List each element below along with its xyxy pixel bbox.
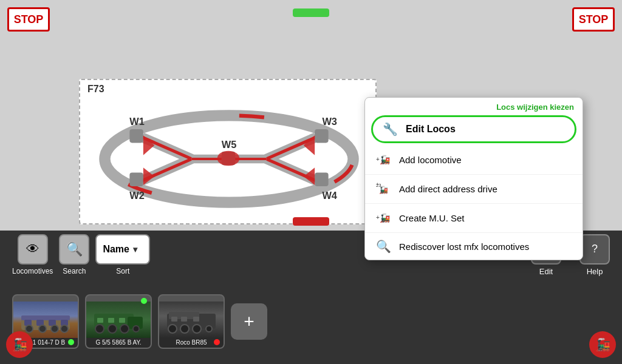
svg-rect-15 — [315, 173, 329, 187]
svg-point-51 — [120, 325, 129, 333]
chevron-down-icon: ▾ — [133, 244, 137, 254]
svg-point-50 — [108, 325, 117, 333]
stop-button-right[interactable]: STOP — [572, 7, 615, 32]
mu-set-icon: + 🚂 — [375, 210, 392, 226]
svg-rect-57 — [193, 317, 199, 322]
svg-rect-12 — [129, 129, 143, 143]
loco-2-status-dot-top — [141, 298, 147, 304]
context-menu-hint: Locs wijzigen kiezen — [365, 98, 583, 113]
edit-label: Edit — [539, 267, 553, 276]
add-locomotive-label: Add locomotive — [399, 155, 462, 165]
svg-point-61 — [206, 326, 212, 332]
create-mu-set-item[interactable]: + 🚂 Create M.U. Set — [365, 204, 583, 233]
corner-icon-left[interactable]: 🚂 — [6, 331, 33, 358]
rediscover-icon: 🔍 — [375, 239, 392, 254]
add-locomotive-item[interactable]: + 🚂 Add locomotive — [365, 146, 583, 175]
locomotive-row: 111 014-7 D B G 5/5 5865 B AY. — [0, 279, 622, 364]
svg-text:W2: W2 — [129, 190, 145, 201]
search-icon: 🔍 — [59, 234, 89, 265]
svg-point-52 — [133, 326, 139, 332]
svg-point-59 — [180, 325, 189, 333]
svg-rect-14 — [315, 129, 329, 143]
help-icon: ? — [579, 234, 610, 265]
svg-point-43 — [61, 325, 68, 332]
svg-point-26 — [217, 151, 240, 166]
svg-text:🚂: 🚂 — [380, 155, 391, 165]
red-indicator-bar — [293, 217, 329, 226]
svg-text:W4: W4 — [322, 190, 337, 201]
svg-point-40 — [26, 325, 33, 332]
svg-text:🚂: 🚂 — [379, 185, 388, 194]
locomotives-label: Locomotives — [12, 267, 53, 275]
help-label: Help — [587, 267, 603, 276]
svg-text:W3: W3 — [322, 116, 337, 127]
svg-point-58 — [168, 325, 177, 333]
svg-rect-46 — [97, 318, 103, 323]
context-menu: Locs wijzigen kiezen 🔧 Edit Locos + 🚂 Ad… — [364, 97, 583, 260]
corner-icon-right[interactable]: 🚂 — [589, 331, 616, 358]
svg-rect-56 — [181, 317, 187, 322]
loco-2-label: G 5/5 5865 B AY. — [86, 338, 151, 348]
svg-rect-35 — [21, 315, 70, 320]
sort-value: Name — [103, 244, 129, 255]
add-direct-label: Add direct address drive — [399, 184, 497, 194]
locomotives-icon: 👁 — [18, 234, 48, 265]
track-diagram: W1 W2 W3 W4 W5 — [92, 98, 366, 220]
loco-card-2[interactable]: G 5/5 5865 B AY. — [85, 294, 152, 349]
sort-label: Sort — [116, 267, 129, 275]
svg-rect-13 — [129, 173, 143, 187]
add-direct-address-item[interactable]: 23 + 🚂 Add direct address drive — [365, 175, 583, 204]
svg-rect-47 — [108, 318, 114, 323]
create-mu-label: Create M.U. Set — [399, 213, 465, 223]
search-button[interactable]: 🔍 Search — [59, 234, 89, 275]
svg-point-42 — [51, 325, 58, 332]
rediscover-label: Rediscover lost mfx locomotives — [399, 241, 529, 252]
rediscover-locos-item[interactable]: 🔍 Rediscover lost mfx locomotives — [365, 233, 583, 260]
svg-text:W1: W1 — [129, 116, 145, 127]
svg-point-41 — [39, 325, 46, 332]
edit-locos-item[interactable]: 🔧 Edit Locos — [371, 115, 576, 143]
help-button[interactable]: ? Help — [579, 234, 610, 276]
track-panel-title: F73 — [87, 84, 104, 95]
search-label: Search — [63, 267, 86, 275]
status-indicator — [293, 8, 329, 17]
loco-3-status-dot — [214, 339, 220, 345]
svg-text:+: + — [376, 181, 379, 187]
add-loco-button[interactable]: + — [231, 303, 267, 340]
svg-point-49 — [95, 325, 104, 333]
add-address-icon: 23 + 🚂 — [375, 181, 392, 197]
wrench-icon: 🔧 — [381, 122, 398, 136]
add-loco-icon: + 🚂 — [375, 152, 392, 168]
loco-3-image — [159, 302, 224, 338]
svg-rect-55 — [171, 317, 177, 322]
sort-dropdown[interactable]: Name ▾ — [95, 234, 150, 265]
loco-1-status-dot — [68, 339, 74, 345]
loco-2-image — [86, 302, 151, 338]
locomotives-button[interactable]: 👁 Locomotives — [12, 234, 53, 275]
loco-card-3[interactable]: Roco BR85 — [158, 294, 225, 349]
track-panel: F73 W1 W2 W3 W4 W5 — [79, 79, 377, 224]
svg-rect-48 — [119, 318, 125, 323]
svg-text:W5: W5 — [222, 139, 237, 150]
svg-text:🚂: 🚂 — [380, 213, 391, 223]
edit-locos-label: Edit Locos — [406, 124, 456, 135]
svg-point-60 — [193, 325, 201, 333]
stop-button-left[interactable]: STOP — [7, 7, 50, 32]
sort-button[interactable]: Name ▾ Sort — [95, 234, 150, 275]
